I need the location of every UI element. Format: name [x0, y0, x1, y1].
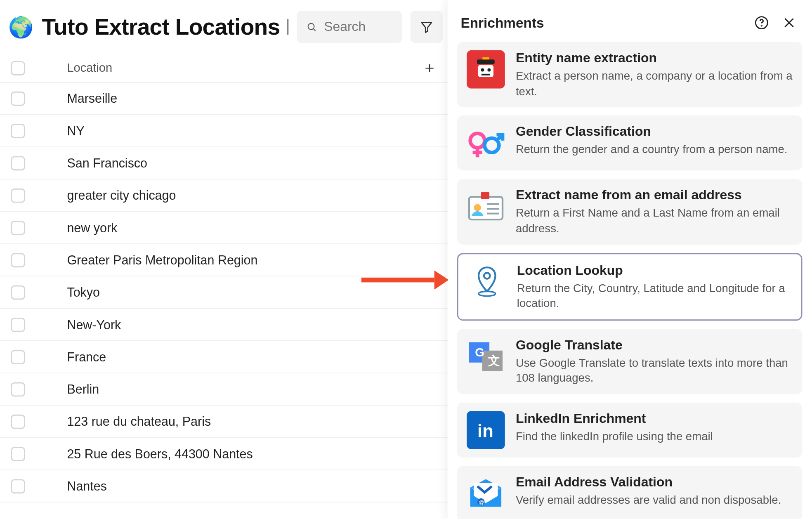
- table-row[interactable]: San Francisco: [0, 147, 448, 179]
- row-location-cell[interactable]: Berlin: [36, 382, 448, 396]
- row-checkbox-cell[interactable]: [0, 446, 36, 461]
- search-box[interactable]: [297, 11, 402, 43]
- row-checkbox-cell[interactable]: [0, 123, 36, 138]
- row-checkbox[interactable]: [11, 123, 25, 138]
- enrichment-card-idcard[interactable]: Extract name from an email address Retur…: [457, 179, 803, 244]
- row-location-cell[interactable]: NY: [36, 123, 448, 138]
- gtrans-icon: G文: [467, 337, 505, 376]
- enrichment-card-list: Entity name extraction Extract a person …: [448, 42, 812, 519]
- row-checkbox[interactable]: [11, 220, 25, 235]
- card-body: Google Translate Use Google Translate to…: [516, 337, 793, 386]
- row-location-cell[interactable]: new york: [36, 220, 448, 235]
- table-body: Marseille NY San Francisco greater city …: [0, 83, 448, 502]
- row-location-cell[interactable]: Nantes: [36, 479, 448, 493]
- card-title: Location Lookup: [517, 262, 792, 278]
- row-checkbox-cell[interactable]: [0, 382, 36, 396]
- row-checkbox[interactable]: [11, 156, 25, 170]
- page-title: Tuto Extract Locations I: [42, 14, 288, 40]
- filter-button[interactable]: [411, 11, 443, 43]
- row-checkbox[interactable]: [11, 414, 25, 429]
- enrichment-card-robot[interactable]: Entity name extraction Extract a person …: [457, 42, 803, 107]
- card-body: Gender Classification Return the gender …: [516, 124, 793, 158]
- row-location-cell[interactable]: greater city chicago: [36, 188, 448, 203]
- row-location-cell[interactable]: 123 rue du chateau, Paris: [36, 414, 448, 429]
- main-area: 🌍 Tuto Extract Locations I Location Mars…: [0, 0, 448, 519]
- linkedin-icon: in: [467, 411, 505, 449]
- card-description: Find the linkedIn profile using the emai…: [516, 429, 793, 444]
- table-row[interactable]: Berlin: [0, 373, 448, 406]
- svg-point-0: [308, 24, 314, 30]
- row-location-cell[interactable]: New-York: [36, 317, 448, 332]
- card-body: Email Address Validation Verify email ad…: [516, 474, 793, 508]
- row-checkbox-cell[interactable]: [0, 156, 36, 170]
- row-checkbox-cell[interactable]: [0, 479, 36, 493]
- row-checkbox[interactable]: [11, 446, 25, 461]
- row-location-cell[interactable]: San Francisco: [36, 156, 448, 170]
- table-row[interactable]: New-York: [0, 309, 448, 341]
- enrichment-card-gender[interactable]: Gender Classification Return the gender …: [457, 116, 803, 170]
- row-location-cell[interactable]: Marseille: [36, 91, 448, 106]
- select-all-cell[interactable]: [0, 61, 36, 75]
- row-checkbox[interactable]: [11, 188, 25, 203]
- card-title: Gender Classification: [516, 124, 793, 140]
- panel-title: Enrichments: [461, 15, 744, 31]
- row-location-cell[interactable]: France: [36, 350, 448, 364]
- row-checkbox-cell[interactable]: [0, 285, 36, 300]
- svg-line-1: [314, 29, 316, 31]
- help-button[interactable]: [752, 13, 771, 32]
- row-checkbox-cell[interactable]: [0, 350, 36, 364]
- card-title: Entity name extraction: [516, 50, 793, 66]
- enrichment-card-linkedin[interactable]: in LinkedIn Enrichment Find the linkedIn…: [457, 403, 803, 458]
- card-description: Return the gender and a country from a p…: [516, 142, 793, 157]
- filter-icon: [420, 20, 433, 33]
- enrichment-card-gtrans[interactable]: G文 Google Translate Use Google Translate…: [457, 329, 803, 394]
- svg-point-6: [761, 26, 762, 26]
- globe-icon: 🌍: [8, 17, 33, 37]
- card-description: Extract a person name, a company or a lo…: [516, 68, 793, 99]
- card-description: Return a First Name and a Last Name from…: [516, 205, 793, 236]
- row-checkbox-cell[interactable]: [0, 91, 36, 106]
- table-row[interactable]: NY: [0, 115, 448, 147]
- row-checkbox[interactable]: [11, 382, 25, 396]
- svg-text:@: @: [479, 500, 484, 506]
- row-checkbox[interactable]: [11, 479, 25, 493]
- enrichment-card-pin[interactable]: Location Lookup Return the City, Country…: [457, 253, 803, 321]
- row-checkbox-cell[interactable]: [0, 253, 36, 267]
- row-checkbox-cell[interactable]: [0, 220, 36, 235]
- row-checkbox[interactable]: [11, 317, 25, 332]
- svg-marker-2: [422, 23, 432, 33]
- table-row[interactable]: greater city chicago: [0, 179, 448, 212]
- row-location-cell[interactable]: Greater Paris Metropolitan Region: [36, 253, 448, 267]
- table-row[interactable]: 25 Rue des Boers, 44300 Nantes: [0, 438, 448, 470]
- card-body: Location Lookup Return the City, Country…: [517, 262, 792, 311]
- table-header: Location: [0, 54, 448, 83]
- add-column-button[interactable]: [412, 62, 448, 74]
- close-button[interactable]: [779, 13, 798, 32]
- enrichment-card-mail[interactable]: @ Email Address Validation Verify email …: [457, 466, 803, 519]
- table-row[interactable]: 123 rue du chateau, Paris: [0, 406, 448, 438]
- card-description: Return the City, Country, Latitude and L…: [517, 280, 792, 311]
- svg-point-15: [470, 134, 485, 148]
- select-all-checkbox[interactable]: [11, 61, 25, 75]
- mail-icon: @: [467, 474, 505, 513]
- row-checkbox[interactable]: [11, 91, 25, 106]
- table-row[interactable]: Nantes: [0, 470, 448, 502]
- row-checkbox[interactable]: [11, 350, 25, 364]
- row-checkbox-cell[interactable]: [0, 317, 36, 332]
- svg-point-22: [474, 204, 481, 211]
- table-row[interactable]: Marseille: [0, 83, 448, 115]
- svg-rect-14: [482, 74, 490, 75]
- card-title: Email Address Validation: [516, 474, 793, 490]
- row-checkbox-cell[interactable]: [0, 188, 36, 203]
- table-row[interactable]: France: [0, 341, 448, 373]
- row-checkbox-cell[interactable]: [0, 414, 36, 429]
- row-checkbox[interactable]: [11, 253, 25, 267]
- search-input[interactable]: [324, 19, 392, 35]
- row-location-cell[interactable]: 25 Rue des Boers, 44300 Nantes: [36, 446, 448, 461]
- row-checkbox[interactable]: [11, 285, 25, 300]
- svg-text:G: G: [475, 346, 484, 359]
- column-header-location[interactable]: Location: [36, 61, 412, 75]
- table-row[interactable]: new york: [0, 212, 448, 244]
- svg-text:in: in: [477, 421, 493, 441]
- card-body: Extract name from an email address Retur…: [516, 187, 793, 236]
